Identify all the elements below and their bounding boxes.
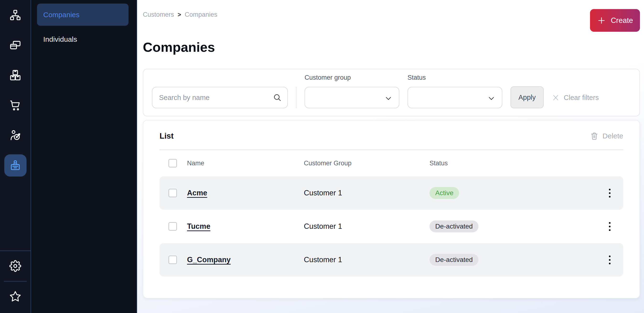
clear-filters-button[interactable]: Clear filters <box>552 87 599 108</box>
topbar: Customers > Companies Create <box>143 0 640 32</box>
sidebar-item-individuals[interactable]: Individuals <box>37 28 128 50</box>
customer-group-field: Customer group <box>304 74 400 108</box>
settings-gear-icon <box>9 260 21 272</box>
page-title: Companies <box>143 40 640 55</box>
delete-button[interactable]: Delete <box>590 132 623 140</box>
active-nav-tile <box>4 154 26 176</box>
list-header: List Delete <box>160 132 623 141</box>
customers-badge-icon <box>9 159 21 171</box>
sidebar-item-companies[interactable]: Companies <box>37 3 128 26</box>
sidebar-item-orders[interactable] <box>0 90 30 120</box>
company-name-link[interactable]: G_Company <box>187 256 294 264</box>
column-header-status: Status <box>430 159 595 167</box>
icon-rail <box>0 0 31 313</box>
sidebar-item-billing[interactable] <box>0 30 30 60</box>
column-header-customer-group: Customer Group <box>304 159 420 167</box>
secondary-sidebar: Companies Individuals <box>31 0 137 313</box>
search-input[interactable] <box>152 87 288 108</box>
row-actions-kebab[interactable] <box>605 254 614 266</box>
row-checkbox[interactable] <box>168 222 177 231</box>
sidebar-item-settings[interactable] <box>0 251 30 281</box>
sidebar-item-customers[interactable] <box>0 150 30 180</box>
plus-icon <box>597 16 606 25</box>
packages-icon <box>9 69 21 81</box>
apply-button[interactable]: Apply <box>510 86 544 108</box>
row-checkbox[interactable] <box>168 189 177 197</box>
row-actions-kebab[interactable] <box>605 187 614 199</box>
company-name-link[interactable]: Tucme <box>187 222 294 231</box>
search-box <box>152 87 288 108</box>
table-row: G_Company Customer 1 De-activated <box>160 243 623 277</box>
breadcrumb-separator: > <box>178 11 181 18</box>
table-header-row: Name Customer Group Status <box>160 150 623 176</box>
status-badge: De-activated <box>430 254 478 266</box>
sidebar-item-label: Individuals <box>43 35 77 43</box>
crm-target-icon <box>9 129 21 141</box>
list-title: List <box>160 132 174 141</box>
column-header-name: Name <box>187 159 294 167</box>
row-checkbox[interactable] <box>168 256 177 264</box>
create-button-label: Create <box>611 16 633 25</box>
status-label: Status <box>408 74 502 81</box>
shopping-cart-icon <box>9 99 21 111</box>
favorites-star-icon <box>9 291 21 303</box>
sidebar-item-sitemap[interactable] <box>0 0 30 30</box>
sidebar-item-packages[interactable] <box>0 60 30 90</box>
delete-label: Delete <box>602 132 623 140</box>
sidebar-item-favorites[interactable] <box>0 282 30 312</box>
status-badge: Active <box>430 187 459 199</box>
customer-group-label: Customer group <box>304 74 400 81</box>
list-card: List Delete Name Customer Group Status <box>143 120 640 299</box>
trash-icon <box>590 132 598 140</box>
billing-cards-icon <box>9 39 21 51</box>
sidebar-item-label: Companies <box>43 11 80 19</box>
status-field: Status <box>408 74 502 108</box>
select-all-checkbox[interactable] <box>168 159 177 167</box>
table-row: Acme Customer 1 Active <box>160 176 623 210</box>
row-actions-kebab[interactable] <box>605 221 614 232</box>
filter-divider <box>296 87 296 108</box>
sidebar-item-crm[interactable] <box>0 120 30 150</box>
app-root: Companies Individuals Customers > Compan… <box>0 0 644 313</box>
chevron-down-icon <box>488 94 495 102</box>
main-content: Customers > Companies Create Companies C… <box>137 0 644 313</box>
filter-card: Customer group Status Apply Clear filter… <box>143 69 640 116</box>
breadcrumb-customers[interactable]: Customers <box>143 11 174 18</box>
close-icon <box>552 94 560 101</box>
breadcrumb-companies[interactable]: Companies <box>185 11 217 18</box>
search-icon <box>273 93 282 102</box>
status-badge: De-activated <box>430 220 478 232</box>
clear-filters-label: Clear filters <box>564 94 599 102</box>
customer-group-cell: Customer 1 <box>304 189 420 197</box>
customer-group-cell: Customer 1 <box>304 222 420 231</box>
customer-group-cell: Customer 1 <box>304 256 420 264</box>
table-row: Tucme Customer 1 De-activated <box>160 210 623 243</box>
chevron-down-icon <box>384 94 392 102</box>
company-name-link[interactable]: Acme <box>187 189 294 197</box>
rail-bottom-cluster <box>0 251 30 312</box>
sitemap-icon <box>9 9 21 21</box>
create-button[interactable]: Create <box>590 9 640 32</box>
status-select[interactable] <box>408 87 502 108</box>
breadcrumb: Customers > Companies <box>143 11 217 18</box>
customer-group-select[interactable] <box>304 87 400 108</box>
